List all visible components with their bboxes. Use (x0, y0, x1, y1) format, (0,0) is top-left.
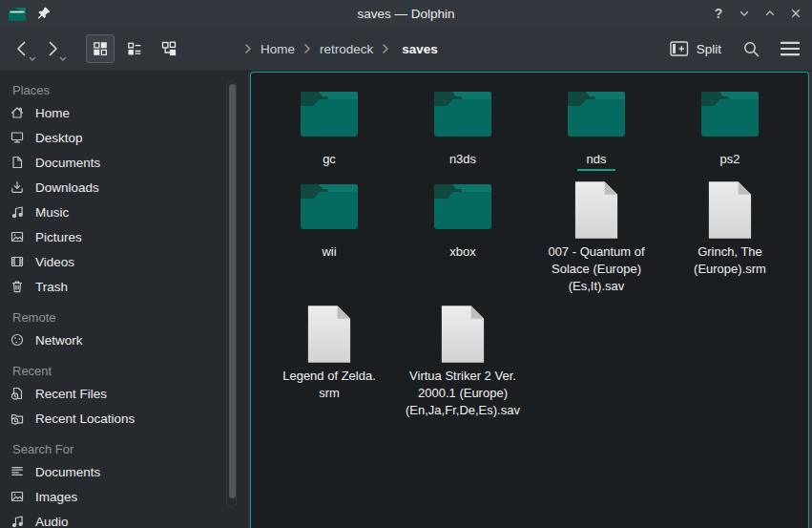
item-label: wii (322, 243, 336, 261)
sidebar-section-header: Recent (0, 360, 248, 381)
folder-icon (299, 180, 360, 241)
breadcrumb-item-retrodeck[interactable]: retrodeck (320, 42, 373, 56)
close-icon (788, 6, 803, 21)
item-label-line: wii (322, 243, 336, 261)
breadcrumb-item-saves[interactable]: saves (402, 42, 438, 56)
breadcrumb-item-home[interactable]: Home (260, 42, 295, 56)
folder-item-n3ds[interactable]: n3ds (396, 87, 530, 171)
sidebar-item-network[interactable]: Network (0, 327, 248, 352)
split-button[interactable]: Split (670, 41, 721, 56)
folder-item-xbox[interactable]: xbox (396, 180, 530, 295)
item-label-line: 007 - Quantum of (548, 243, 644, 261)
folder-item-gc[interactable]: gc (262, 87, 396, 171)
hamburger-menu-icon (780, 41, 801, 56)
folder-item-nds[interactable]: nds (530, 87, 663, 171)
sidebar-section-header: Remote (0, 306, 248, 327)
sidebar-item-videos[interactable]: Videos (0, 249, 248, 274)
window-content: PlacesHomeDesktopDocumentsDownloadsMusic… (0, 72, 812, 528)
item-label-line: xbox (449, 243, 475, 261)
sidebar-item-label: Desktop (35, 131, 83, 145)
item-label-line: gc (323, 151, 336, 168)
maximize-button[interactable] (761, 5, 779, 22)
sidebar-item-trash[interactable]: Trash (0, 274, 248, 299)
pin-icon[interactable] (36, 6, 52, 21)
item-label: gc (323, 151, 336, 168)
details-view-button[interactable] (120, 34, 149, 63)
sidebar-scrollbar-handle[interactable] (229, 84, 236, 498)
sidebar-item-music[interactable]: Music (0, 200, 248, 224)
sidebar-section-remote: RemoteNetwork (0, 306, 248, 352)
sidebar-item-desktop[interactable]: Desktop (0, 125, 248, 150)
breadcrumb: Homeretrodecksaves (244, 42, 438, 56)
back-button[interactable] (10, 34, 34, 63)
folder-item-ps2[interactable]: ps2 (663, 87, 797, 171)
sidebar-item-label: Recent Locations (35, 412, 135, 426)
file-icon (305, 304, 353, 365)
recent-files-icon (10, 386, 25, 401)
sidebar-section-places: PlacesHomeDesktopDocumentsDownloadsMusic… (0, 79, 248, 299)
sidebar-item-label: Downloads (35, 180, 99, 195)
item-label-line: ps2 (720, 151, 740, 168)
file-item-grinch-the-europe-srm[interactable]: Grinch, The(Europe).srm (663, 180, 797, 295)
icons-view-icon (93, 41, 108, 56)
item-label: Legend of Zelda.srm (282, 368, 376, 402)
recent-locations-icon (10, 411, 25, 426)
window-folder-icon (8, 6, 27, 22)
split-label: Split (697, 42, 721, 56)
help-icon: ? (715, 7, 723, 20)
sidebar-item-label: Music (35, 205, 69, 220)
help-button[interactable]: ? (710, 5, 727, 22)
search-button[interactable] (742, 40, 760, 58)
breadcrumb-chevron-icon (244, 43, 252, 54)
search-documents-icon (10, 464, 25, 479)
search-images-icon (10, 489, 25, 504)
view-mode-group (86, 34, 183, 63)
minimize-button[interactable] (736, 5, 753, 22)
icons-view-button[interactable] (86, 34, 115, 63)
item-label-line: Legend of Zelda. (282, 368, 376, 385)
folder-icon (432, 87, 493, 148)
downloads-icon (10, 180, 25, 195)
minimize-icon (737, 6, 752, 21)
file-grid: gc n3ds nds ps2 wii xbox 007 - Quantum o… (251, 73, 808, 419)
sidebar-item-documents[interactable]: Documents (0, 150, 248, 175)
sidebar-item-label: Network (35, 333, 83, 348)
sidebar-item-label: Pictures (35, 230, 82, 244)
file-item-legend-of-zelda-srm[interactable]: Legend of Zelda.srm (262, 304, 396, 419)
forward-icon (43, 39, 62, 58)
sidebar-item-pictures[interactable]: Pictures (0, 224, 248, 249)
close-button[interactable] (787, 5, 804, 22)
item-label-line: (Europe).srm (694, 261, 766, 278)
item-label: 007 - Quantum ofSolace (Europe)(Es,It).s… (548, 243, 644, 295)
forward-dropdown-caret (59, 56, 67, 62)
hamburger-menu-button[interactable] (780, 41, 801, 56)
sidebar-item-documents[interactable]: Documents (0, 459, 248, 484)
sidebar-item-audio[interactable]: Audio (0, 509, 248, 528)
sidebar-item-recent-locations[interactable]: Recent Locations (0, 406, 248, 431)
sidebar-item-label: Videos (35, 255, 74, 269)
item-label-line: 2000.1 (Europe) (406, 385, 520, 402)
breadcrumb-chevron-icon (303, 43, 311, 54)
file-item-007-quantum-of-solace-europe-es-it-sav[interactable]: 007 - Quantum ofSolace (Europe)(Es,It).s… (530, 180, 663, 295)
home-icon (10, 105, 25, 120)
sidebar-item-downloads[interactable]: Downloads (0, 175, 248, 200)
sidebar-section-recent: RecentRecent FilesRecent Locations (0, 360, 248, 431)
item-label-line: Virtua Striker 2 Ver. (406, 368, 520, 385)
window-controls: ? (710, 5, 804, 22)
sidebar-item-home[interactable]: Home (0, 100, 248, 125)
item-label-line: (En,Ja,Fr,De,Es).sav (406, 402, 520, 419)
folder-item-wii[interactable]: wii (262, 180, 396, 295)
file-item-virtua-striker-2-ver-2000-1-europe-en-ja-fr-de-es-sav[interactable]: Virtua Striker 2 Ver.2000.1 (Europe)(En,… (396, 304, 530, 419)
folder-icon (566, 87, 627, 148)
item-label-line: nds (577, 151, 616, 171)
sidebar-item-images[interactable]: Images (0, 484, 248, 509)
item-label: ps2 (720, 151, 740, 168)
item-label: Grinch, The(Europe).srm (694, 243, 766, 278)
tree-view-button[interactable] (155, 34, 183, 63)
titlebar: saves — Dolphin ? (0, 0, 812, 27)
sidebar-item-recent-files[interactable]: Recent Files (0, 381, 248, 406)
details-view-icon (127, 41, 142, 56)
split-icon (670, 41, 689, 56)
forward-button[interactable] (40, 34, 65, 63)
sidebar-item-label: Home (35, 106, 70, 120)
